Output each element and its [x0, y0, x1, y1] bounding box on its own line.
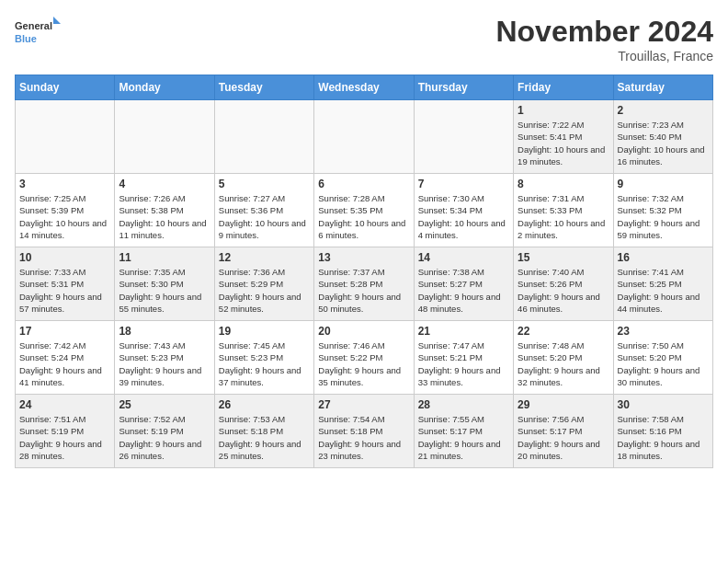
calendar-cell: 1Sunrise: 7:22 AM Sunset: 5:41 PM Daylig…	[514, 100, 613, 174]
calendar-cell: 5Sunrise: 7:27 AM Sunset: 5:36 PM Daylig…	[214, 174, 313, 247]
day-number: 5	[219, 178, 310, 190]
day-info: Sunrise: 7:41 AM Sunset: 5:25 PM Dayligh…	[618, 266, 709, 315]
day-info: Sunrise: 7:48 AM Sunset: 5:20 PM Dayligh…	[518, 339, 609, 388]
day-number: 7	[418, 178, 509, 190]
day-number: 3	[19, 178, 110, 190]
calendar-header-saturday: Saturday	[613, 75, 712, 100]
day-info: Sunrise: 7:51 AM Sunset: 5:19 PM Dayligh…	[19, 413, 110, 462]
day-info: Sunrise: 7:42 AM Sunset: 5:24 PM Dayligh…	[19, 339, 110, 388]
calendar-cell: 8Sunrise: 7:31 AM Sunset: 5:33 PM Daylig…	[514, 174, 613, 247]
calendar-cell: 18Sunrise: 7:43 AM Sunset: 5:23 PM Dayli…	[115, 321, 214, 395]
calendar-week-row: 1Sunrise: 7:22 AM Sunset: 5:41 PM Daylig…	[16, 100, 713, 174]
day-number: 8	[518, 178, 609, 190]
logo: General Blue	[15, 15, 61, 52]
calendar-cell: 23Sunrise: 7:50 AM Sunset: 5:20 PM Dayli…	[613, 321, 712, 395]
day-info: Sunrise: 7:53 AM Sunset: 5:18 PM Dayligh…	[219, 413, 310, 462]
svg-text:Blue: Blue	[15, 33, 37, 44]
day-info: Sunrise: 7:47 AM Sunset: 5:21 PM Dayligh…	[418, 339, 509, 388]
day-info: Sunrise: 7:43 AM Sunset: 5:23 PM Dayligh…	[119, 339, 210, 388]
day-info: Sunrise: 7:22 AM Sunset: 5:41 PM Dayligh…	[518, 119, 609, 167]
day-number: 19	[219, 325, 310, 338]
day-number: 29	[518, 398, 609, 411]
calendar-header-friday: Friday	[514, 75, 613, 100]
calendar-cell: 21Sunrise: 7:47 AM Sunset: 5:21 PM Dayli…	[414, 321, 513, 395]
calendar-cell	[314, 100, 414, 174]
calendar-cell: 25Sunrise: 7:52 AM Sunset: 5:19 PM Dayli…	[115, 395, 214, 468]
calendar-cell	[214, 100, 313, 174]
day-number: 26	[219, 398, 310, 411]
day-info: Sunrise: 7:55 AM Sunset: 5:17 PM Dayligh…	[418, 413, 509, 462]
day-number: 18	[119, 325, 210, 338]
calendar-cell: 6Sunrise: 7:28 AM Sunset: 5:35 PM Daylig…	[314, 174, 414, 247]
calendar-cell: 15Sunrise: 7:40 AM Sunset: 5:26 PM Dayli…	[514, 247, 613, 321]
calendar-cell: 19Sunrise: 7:45 AM Sunset: 5:23 PM Dayli…	[214, 321, 313, 395]
calendar-cell	[115, 100, 214, 174]
day-info: Sunrise: 7:52 AM Sunset: 5:19 PM Dayligh…	[119, 413, 210, 462]
calendar-cell: 30Sunrise: 7:58 AM Sunset: 5:16 PM Dayli…	[613, 395, 712, 468]
day-info: Sunrise: 7:23 AM Sunset: 5:40 PM Dayligh…	[618, 119, 709, 167]
day-number: 21	[418, 325, 509, 338]
calendar-cell: 2Sunrise: 7:23 AM Sunset: 5:40 PM Daylig…	[613, 100, 712, 174]
svg-marker-2	[53, 17, 61, 24]
day-info: Sunrise: 7:33 AM Sunset: 5:31 PM Dayligh…	[19, 266, 110, 315]
day-info: Sunrise: 7:56 AM Sunset: 5:17 PM Dayligh…	[518, 413, 609, 462]
day-number: 20	[318, 325, 409, 338]
calendar-cell: 22Sunrise: 7:48 AM Sunset: 5:20 PM Dayli…	[514, 321, 613, 395]
calendar-cell: 20Sunrise: 7:46 AM Sunset: 5:22 PM Dayli…	[314, 321, 414, 395]
day-number: 30	[618, 398, 709, 411]
page-header: General Blue November 2024 Trouillas, Fr…	[15, 15, 713, 63]
day-info: Sunrise: 7:28 AM Sunset: 5:35 PM Dayligh…	[318, 192, 409, 241]
day-number: 11	[119, 251, 210, 264]
day-info: Sunrise: 7:58 AM Sunset: 5:16 PM Dayligh…	[618, 413, 709, 462]
calendar-cell	[414, 100, 513, 174]
calendar-header-tuesday: Tuesday	[214, 75, 313, 100]
calendar-header-thursday: Thursday	[414, 75, 513, 100]
location: Trouillas, France	[495, 49, 713, 63]
day-number: 14	[418, 251, 509, 264]
calendar-cell: 11Sunrise: 7:35 AM Sunset: 5:30 PM Dayli…	[115, 247, 214, 321]
day-number: 16	[618, 251, 709, 264]
day-info: Sunrise: 7:46 AM Sunset: 5:22 PM Dayligh…	[318, 339, 409, 388]
day-number: 2	[618, 104, 709, 117]
calendar-cell: 14Sunrise: 7:38 AM Sunset: 5:27 PM Dayli…	[414, 247, 513, 321]
day-info: Sunrise: 7:40 AM Sunset: 5:26 PM Dayligh…	[518, 266, 609, 315]
calendar-cell: 16Sunrise: 7:41 AM Sunset: 5:25 PM Dayli…	[613, 247, 712, 321]
day-info: Sunrise: 7:50 AM Sunset: 5:20 PM Dayligh…	[618, 339, 709, 388]
calendar-cell: 28Sunrise: 7:55 AM Sunset: 5:17 PM Dayli…	[414, 395, 513, 468]
day-info: Sunrise: 7:32 AM Sunset: 5:32 PM Dayligh…	[618, 192, 709, 241]
logo-svg: General Blue	[15, 15, 61, 52]
calendar-cell: 12Sunrise: 7:36 AM Sunset: 5:29 PM Dayli…	[214, 247, 313, 321]
day-number: 28	[418, 398, 509, 411]
day-number: 24	[19, 398, 110, 411]
calendar-week-row: 17Sunrise: 7:42 AM Sunset: 5:24 PM Dayli…	[16, 321, 713, 395]
day-info: Sunrise: 7:45 AM Sunset: 5:23 PM Dayligh…	[219, 339, 310, 388]
day-number: 9	[618, 178, 709, 190]
day-info: Sunrise: 7:35 AM Sunset: 5:30 PM Dayligh…	[119, 266, 210, 315]
calendar-cell: 7Sunrise: 7:30 AM Sunset: 5:34 PM Daylig…	[414, 174, 513, 247]
day-number: 10	[19, 251, 110, 264]
day-number: 4	[119, 178, 210, 190]
day-number: 22	[518, 325, 609, 338]
day-number: 25	[119, 398, 210, 411]
day-number: 17	[19, 325, 110, 338]
day-info: Sunrise: 7:31 AM Sunset: 5:33 PM Dayligh…	[518, 192, 609, 241]
calendar-cell: 10Sunrise: 7:33 AM Sunset: 5:31 PM Dayli…	[16, 247, 115, 321]
day-info: Sunrise: 7:37 AM Sunset: 5:28 PM Dayligh…	[318, 266, 409, 315]
calendar-table: SundayMondayTuesdayWednesdayThursdayFrid…	[15, 75, 713, 468]
calendar-header-row: SundayMondayTuesdayWednesdayThursdayFrid…	[16, 75, 713, 100]
day-info: Sunrise: 7:25 AM Sunset: 5:39 PM Dayligh…	[19, 192, 110, 241]
calendar-cell	[16, 100, 115, 174]
day-info: Sunrise: 7:36 AM Sunset: 5:29 PM Dayligh…	[219, 266, 310, 315]
calendar-week-row: 10Sunrise: 7:33 AM Sunset: 5:31 PM Dayli…	[16, 247, 713, 321]
calendar-cell: 4Sunrise: 7:26 AM Sunset: 5:38 PM Daylig…	[115, 174, 214, 247]
month-title: November 2024	[495, 15, 713, 49]
day-number: 23	[618, 325, 709, 338]
calendar-cell: 3Sunrise: 7:25 AM Sunset: 5:39 PM Daylig…	[16, 174, 115, 247]
day-info: Sunrise: 7:27 AM Sunset: 5:36 PM Dayligh…	[219, 192, 310, 241]
day-number: 1	[518, 104, 609, 117]
calendar-cell: 29Sunrise: 7:56 AM Sunset: 5:17 PM Dayli…	[514, 395, 613, 468]
day-number: 15	[518, 251, 609, 264]
calendar-header-monday: Monday	[115, 75, 214, 100]
day-number: 27	[318, 398, 409, 411]
calendar-header-wednesday: Wednesday	[314, 75, 414, 100]
